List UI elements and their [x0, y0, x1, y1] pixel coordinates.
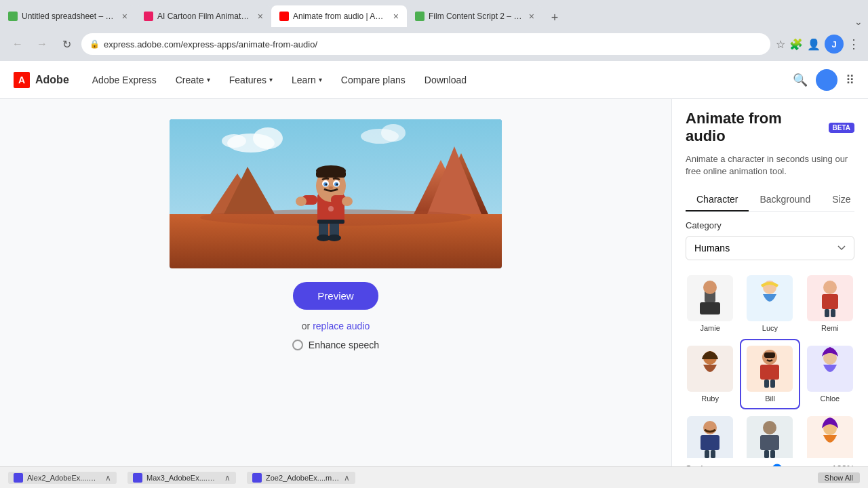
nav-download[interactable]: Download — [415, 61, 476, 99]
search-icon[interactable]: 🔍 — [793, 73, 808, 87]
svg-rect-51 — [705, 450, 709, 458]
show-all-button[interactable]: Show All — [818, 472, 860, 483]
browser-chrome: Untitled spreadsheet – Google … × AI Car… — [0, 0, 868, 61]
character-card-remi[interactable]: Remi — [800, 268, 860, 339]
svg-point-21 — [326, 184, 328, 186]
tab-size[interactable]: Size — [821, 188, 861, 211]
nav-learn[interactable]: Learn ▾ — [282, 61, 332, 99]
character-name-lucy: Lucy — [762, 324, 778, 332]
url-bar[interactable]: 🔒 express.adobe.com/express-apps/animate… — [81, 33, 770, 55]
nav-compare[interactable]: Compare plans — [332, 61, 415, 99]
character-card-ruby[interactable]: Ruby — [680, 339, 740, 409]
tab-animate[interactable]: Animate from audio | Adobe E… × — [271, 5, 407, 27]
character-name-ruby: Ruby — [701, 394, 719, 403]
character-avatar-eugene — [747, 416, 793, 458]
taskbar-close-1[interactable]: ∧ — [105, 473, 111, 483]
svg-point-3 — [222, 134, 246, 148]
chrome-menu-icon[interactable]: ⋮ — [848, 37, 860, 52]
taskbar-label-1: Alex2_AdobeEx....mp4 — [27, 474, 101, 482]
main-content: Preview or replace audio Enhance speech … — [0, 99, 868, 466]
tab-close-4[interactable]: × — [529, 11, 534, 22]
new-tab-button[interactable]: + — [545, 8, 564, 27]
svg-point-31 — [328, 235, 341, 241]
svg-rect-45 — [760, 365, 779, 380]
bookmark-icon[interactable]: ☆ — [776, 38, 785, 51]
svg-point-5 — [381, 124, 406, 142]
character-avatar-remi — [807, 275, 853, 321]
right-panel: Animate from audio BETA Animate a charac… — [671, 99, 868, 466]
tab-title-1: Untitled spreadsheet – Google … — [22, 12, 115, 21]
character-card-jamie[interactable]: Jamie — [680, 268, 740, 339]
address-bar-actions: ☆ 🧩 👤 J ⋮ — [776, 35, 860, 54]
replace-audio-link[interactable]: replace audio — [313, 321, 370, 331]
tab-cartoon[interactable]: AI Cartoon Film Animation – C… × — [136, 5, 271, 27]
tab-overflow-button[interactable]: ⌄ — [854, 16, 863, 27]
nav-create[interactable]: Create ▾ — [166, 61, 220, 99]
taskbar-close-3[interactable]: ∧ — [344, 473, 350, 483]
tab-spreadsheet[interactable]: Untitled spreadsheet – Google … × — [0, 5, 136, 27]
character-name-remi: Remi — [821, 324, 839, 332]
adobe-logo-icon: A — [14, 72, 30, 88]
animation-panel: Preview or replace audio Enhance speech — [0, 99, 671, 466]
app-bar: A Adobe Adobe Express Create ▾ Features … — [0, 61, 868, 99]
nav-adobe-express[interactable]: Adobe Express — [83, 61, 166, 99]
tab-script[interactable]: Film Content Script 2 – Googl… × — [407, 5, 542, 27]
back-button[interactable]: ← — [8, 35, 27, 54]
taskbar-item-2[interactable]: Max3_AdobeEx....mp4 ∧ — [127, 472, 236, 484]
replace-audio-text: or replace audio — [302, 321, 370, 331]
character-avatar-ruby — [687, 346, 733, 392]
profile-icon[interactable]: 👤 — [807, 38, 821, 51]
svg-rect-16 — [316, 171, 346, 178]
taskbar-label-3: Zoe2_AdobeEx....mp4 — [266, 474, 340, 482]
tab-background[interactable]: Background — [749, 188, 821, 211]
tab-title-2: AI Cartoon Film Animation – C… — [157, 12, 251, 21]
tab-favicon-4 — [415, 12, 425, 21]
character-card-lacy[interactable]: Lacy — [800, 409, 860, 458]
character-grid: Jamie Lucy Remi Ruby — [672, 268, 868, 458]
taskbar-item-1[interactable]: Alex2_AdobeEx....mp4 ∧ — [8, 472, 117, 484]
extensions-icon[interactable]: 🧩 — [789, 38, 803, 51]
character-card-bill[interactable]: Bill — [740, 339, 800, 409]
svg-rect-47 — [770, 380, 775, 388]
animation-scene — [170, 119, 502, 268]
taskbar-item-3[interactable]: Zoe2_AdobeEx....mp4 ∧ — [247, 472, 355, 484]
character-avatar-lucy — [747, 275, 793, 321]
tab-close-2[interactable]: × — [258, 11, 263, 22]
taskbar-label-2: Max3_AdobeEx....mp4 — [146, 474, 220, 482]
forward-button[interactable]: → — [33, 35, 52, 54]
url-text: express.adobe.com/express-apps/animate-f… — [104, 39, 317, 49]
character-card-chloe[interactable]: Chloe — [800, 339, 860, 409]
scale-value: 123% — [827, 464, 854, 466]
svg-rect-40 — [825, 309, 829, 317]
scale-label: Scale — [686, 464, 708, 466]
svg-rect-44 — [764, 352, 775, 358]
character-card-eugene[interactable]: Eugene — [740, 409, 800, 458]
enhance-speech-radio[interactable] — [292, 340, 303, 350]
category-select[interactable]: Humans Animals Fantasy Robots — [686, 236, 854, 260]
taskbar: Alex2_AdobeEx....mp4 ∧ Max3_AdobeEx....m… — [0, 466, 868, 488]
lock-icon: 🔒 — [90, 39, 100, 49]
tab-character[interactable]: Character — [686, 188, 749, 211]
tab-close-1[interactable]: × — [122, 11, 127, 22]
app-bar-avatar[interactable] — [816, 69, 837, 91]
svg-rect-56 — [770, 450, 775, 458]
adobe-logo[interactable]: A Adobe — [14, 72, 69, 88]
user-avatar[interactable]: J — [825, 35, 844, 54]
nav-features[interactable]: Features ▾ — [220, 61, 282, 99]
nav-menu: Adobe Express Create ▾ Features ▾ Learn … — [83, 61, 476, 99]
character-card-mark[interactable]: Mark — [680, 409, 740, 458]
reload-button[interactable]: ↻ — [57, 35, 76, 54]
apps-grid-icon[interactable]: ⠿ — [846, 73, 854, 87]
character-card-lucy[interactable]: Lucy — [740, 268, 800, 339]
svg-point-53 — [763, 421, 776, 434]
svg-rect-52 — [711, 450, 715, 458]
scale-row: Scale 123% — [672, 458, 868, 466]
taskbar-close-2[interactable]: ∧ — [224, 473, 231, 483]
tab-close-3[interactable]: × — [393, 11, 399, 22]
svg-rect-36 — [700, 302, 720, 314]
nav-compare-label: Compare plans — [341, 75, 406, 85]
nav-download-label: Download — [425, 75, 467, 85]
preview-button[interactable]: Preview — [293, 282, 378, 310]
tab-favicon-1 — [8, 12, 18, 21]
character-avatar-jamie — [687, 275, 733, 321]
